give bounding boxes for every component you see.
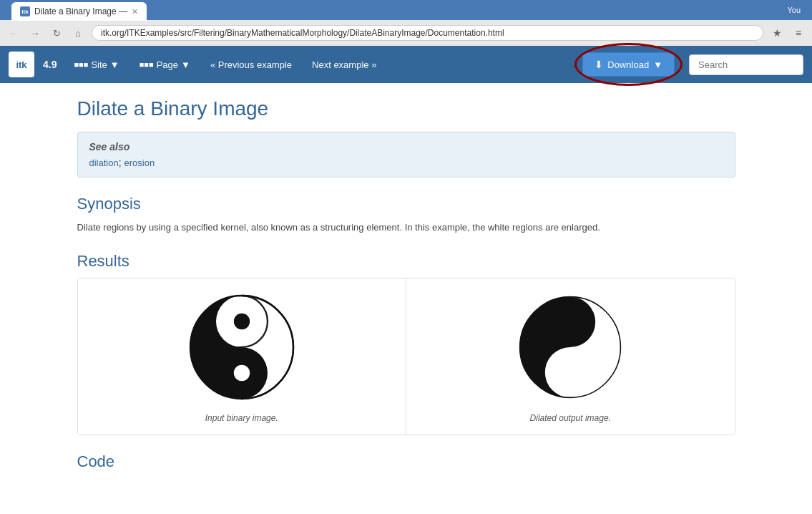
results-section: Results bbox=[77, 252, 735, 435]
browser-tab[interactable]: itk Dilate a Binary Image — ✕ bbox=[11, 2, 147, 21]
svg-point-4 bbox=[560, 311, 581, 332]
forward-button[interactable]: → bbox=[27, 25, 43, 41]
prev-example-button[interactable]: « Previous example bbox=[202, 55, 300, 74]
input-image-cell: Input binary image. bbox=[78, 278, 407, 435]
download-button[interactable]: ⬇ Download ▼ bbox=[582, 52, 675, 77]
download-icon: ⬇ bbox=[595, 59, 603, 70]
input-image-caption: Input binary image. bbox=[205, 413, 278, 423]
page-content: Dilate a Binary Image See also dilation;… bbox=[49, 83, 764, 493]
output-image bbox=[513, 290, 627, 404]
reload-button[interactable]: ↻ bbox=[49, 25, 64, 41]
input-image bbox=[185, 290, 299, 404]
tab-bar: itk Dilate a Binary Image — ✕ bbox=[6, 0, 147, 21]
itk-navbar: itk 4.9 ■■■ Site ▼ ■■■ Page ▼ « Previous… bbox=[0, 46, 812, 83]
prev-example-label: « Previous example bbox=[210, 59, 292, 70]
page-menu[interactable]: ■■■ Page ▼ bbox=[131, 55, 199, 74]
see-also-links: dilation; erosion bbox=[89, 157, 723, 168]
output-image-caption: Dilated output image. bbox=[530, 413, 611, 423]
svg-point-2 bbox=[234, 364, 250, 380]
synopsis-text: Dilate regions by using a specified kern… bbox=[77, 220, 735, 235]
code-section: Code bbox=[77, 452, 735, 471]
results-title: Results bbox=[77, 252, 735, 271]
address-bar[interactable]: itk.org/ITKExamples/src/Filtering/Binary… bbox=[92, 25, 763, 41]
itk-logo[interactable]: itk bbox=[9, 52, 34, 77]
page-menu-label: Page bbox=[157, 59, 178, 70]
site-menu-arrow: ▼ bbox=[110, 59, 119, 70]
search-input[interactable] bbox=[689, 54, 803, 75]
see-also-label: See also bbox=[89, 141, 723, 152]
menu-button[interactable]: ≡ bbox=[791, 25, 806, 41]
download-label: Download bbox=[607, 59, 649, 70]
user-label: You bbox=[787, 6, 801, 14]
code-title: Code bbox=[77, 452, 735, 471]
page-title: Dilate a Binary Image bbox=[77, 97, 735, 120]
download-arrow: ▼ bbox=[653, 59, 662, 70]
site-menu-label: Site bbox=[91, 59, 107, 70]
tab-favicon: itk bbox=[20, 6, 30, 16]
address-bar-row: ← → ↻ ⌂ itk.org/ITKExamples/src/Filterin… bbox=[0, 20, 812, 46]
svg-point-5 bbox=[564, 367, 576, 378]
browser-chrome: itk Dilate a Binary Image — ✕ You ← → ↻ … bbox=[0, 0, 812, 46]
itk-version: 4.9 bbox=[43, 59, 57, 70]
logo-text: itk bbox=[16, 59, 26, 70]
site-menu[interactable]: ■■■ Site ▼ bbox=[65, 55, 127, 74]
itk-logo-box: itk bbox=[9, 52, 34, 77]
address-text: itk.org/ITKExamples/src/Filtering/Binary… bbox=[101, 28, 504, 38]
next-example-button[interactable]: Next example » bbox=[303, 55, 385, 74]
synopsis-title: Synopsis bbox=[77, 195, 735, 213]
tab-title: Dilate a Binary Image — bbox=[34, 6, 127, 16]
output-image-cell: Dilated output image. bbox=[406, 278, 735, 435]
erosion-link[interactable]: erosion bbox=[124, 157, 155, 168]
next-example-label: Next example » bbox=[312, 59, 376, 70]
bookmark-button[interactable]: ★ bbox=[769, 25, 785, 41]
dilation-link[interactable]: dilation bbox=[89, 157, 119, 168]
see-also-box: See also dilation; erosion bbox=[77, 132, 735, 178]
page-menu-arrow: ▼ bbox=[181, 59, 190, 70]
tab-close-button[interactable]: ✕ bbox=[132, 7, 138, 16]
back-button[interactable]: ← bbox=[6, 25, 21, 41]
title-bar: itk Dilate a Binary Image — ✕ You bbox=[0, 0, 812, 20]
home-button[interactable]: ⌂ bbox=[70, 25, 86, 41]
images-grid: Input binary image. bbox=[77, 278, 735, 435]
svg-point-1 bbox=[234, 313, 250, 329]
